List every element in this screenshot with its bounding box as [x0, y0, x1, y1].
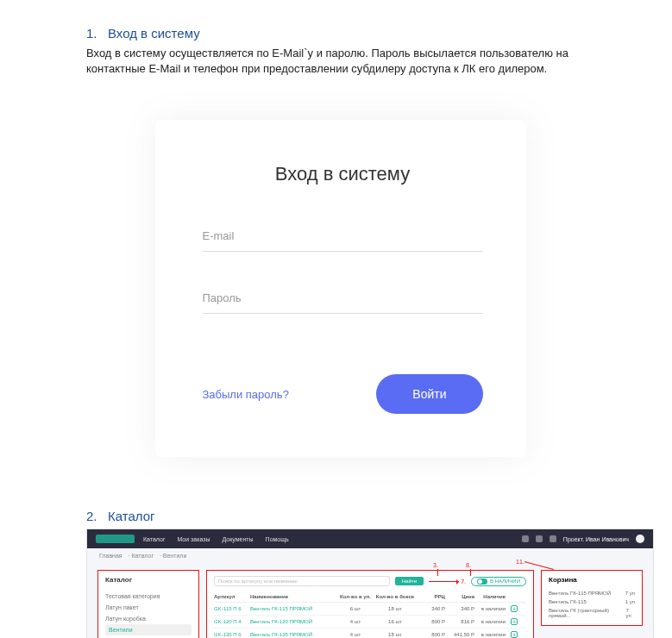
catalog-table: Артикул Наименование Кол-во в уп. Кол-во… [214, 591, 526, 638]
bell-icon[interactable] [536, 535, 543, 542]
section-2-number: 2. [86, 509, 108, 523]
cart-item-name: Вентиль ГК-115 [549, 599, 587, 604]
breadcrumbs: Главная · Каталог · Вентили [87, 548, 653, 563]
section-1-number: 1. [86, 26, 108, 41]
cell-price: 816 Р [445, 619, 474, 624]
cart-item-name: Вентиль ГК (тракторный) прямой... [549, 608, 626, 618]
crumb-3: Вентили [163, 553, 187, 559]
sidebar-item-2[interactable]: Латун коробка [105, 613, 192, 624]
col-stock[interactable]: Наличие [474, 594, 509, 599]
cell-name[interactable]: Вентиль ГК-120 ПРЯМОЙ [250, 619, 336, 624]
nav-item-orders[interactable]: Мои заказы [177, 536, 210, 542]
cell-pk: 4 шт [336, 619, 374, 624]
crumb-2[interactable]: Каталог [132, 553, 154, 559]
col-rrc[interactable]: РРЦ [416, 594, 445, 599]
cell-pk: 4 шт [336, 632, 374, 637]
cell-art[interactable]: GK-120 П 4 [214, 619, 250, 624]
top-nav: Каталог Мои заказы Документы Помощь Прое… [87, 529, 653, 548]
add-to-cart-icon[interactable]: + [511, 605, 518, 612]
cell-rrc: 800 Р [416, 619, 445, 624]
cell-stock: в наличии [474, 632, 509, 637]
cell-art[interactable]: GK-135 П 6 [214, 632, 250, 637]
sidebar-item-3[interactable]: Вентили [105, 624, 192, 635]
section-1-heading: 1.Вход в систему [86, 26, 594, 41]
login-card: Вход в систему Забыли пароль? Войти [155, 120, 526, 457]
sidebar-title: Каталог [105, 576, 192, 584]
col-price[interactable]: Цена [445, 594, 474, 599]
cell-stock: в наличии [474, 606, 509, 611]
table-row: GK-135 П 6Вентиль ГК-135 ПРЯМОЙ4 шт18 шт… [214, 629, 526, 638]
col-box[interactable]: Кол-во в боксе [374, 594, 416, 599]
cart-row: Вентиль ГК-115 ПРЯМОЙ7 уп [549, 589, 635, 597]
sidebar-item-1[interactable]: Латун пакет [105, 602, 192, 613]
login-button[interactable]: Войти [376, 374, 482, 414]
cart-item-qty: 7 уп [625, 591, 635, 596]
table-row: GK-115 П 6Вентиль ГК-115 ПРЯМОЙ6 шт18 шт… [214, 603, 526, 616]
catalog-screenshot: Каталог Мои заказы Документы Помощь Прое… [86, 529, 654, 638]
cart-icon[interactable] [522, 535, 529, 542]
cell-art[interactable]: GK-115 П 6 [214, 606, 250, 611]
password-field[interactable] [203, 286, 483, 314]
add-to-cart-icon[interactable]: + [511, 631, 518, 638]
cell-price: 340 Р [445, 606, 474, 611]
cart-item-name: Вентиль ГК-115 ПРЯМОЙ [549, 591, 611, 596]
cart-title: Корзина [549, 576, 635, 584]
cell-rrc: 800 Р [416, 632, 445, 637]
cart-item-qty: 7 уп [626, 608, 635, 618]
email-field[interactable] [203, 224, 483, 252]
cell-box: 18 шт [374, 632, 416, 637]
section-2-title: Каталог [108, 509, 155, 523]
annotation-8: 8. [466, 562, 471, 576]
crumb-1[interactable]: Главная [99, 553, 122, 559]
section-1-title: Вход в систему [108, 26, 200, 41]
nav-item-catalog[interactable]: Каталог [143, 536, 165, 542]
cart-item-qty: 1 уп [625, 599, 635, 604]
nav-user: Проект. Иван Иванович [563, 536, 629, 542]
cell-rrc: 340 Р [416, 606, 445, 611]
search-input[interactable]: Поиск по артикулу или названию [214, 576, 390, 586]
cell-name[interactable]: Вентиль ГК-135 ПРЯМОЙ [250, 632, 336, 637]
cell-box: 18 шт [374, 606, 416, 611]
cell-price: 441,50 Р [445, 632, 474, 637]
table-row: GK-120 П 4Вентиль ГК-120 ПРЯМОЙ4 шт16 шт… [214, 616, 526, 629]
instock-toggle[interactable]: В НАЛИЧИИ [471, 577, 526, 586]
cell-pk: 6 шт [336, 606, 374, 611]
annotation-7: 7. [429, 579, 466, 585]
forgot-password-link[interactable]: Забыли пароль? [203, 388, 289, 401]
col-art[interactable]: Артикул [214, 594, 250, 599]
cell-box: 16 шт [374, 619, 416, 624]
phone-icon[interactable] [550, 535, 556, 542]
catalog-sidebar: Каталог Тестовая категория Латун пакет Л… [97, 570, 199, 638]
cell-name[interactable]: Вентиль ГК-115 ПРЯМОЙ [250, 606, 336, 611]
annotation-11: 11. [516, 559, 555, 565]
section-1-body: Вход в систему осуществляется по E-Mail`… [86, 46, 594, 77]
login-title: Вход в систему [203, 163, 483, 185]
catalog-main: 3. 8. Поиск по артикулу или названию Най… [206, 570, 534, 638]
logo [96, 535, 135, 543]
cart-row: Вентиль ГК (тракторный) прямой...7 уп [549, 606, 635, 620]
nav-item-help[interactable]: Помощь [266, 536, 289, 542]
cart-panel: 11. Корзина Вентиль ГК-115 ПРЯМОЙ7 упВен… [541, 570, 643, 626]
col-pk[interactable]: Кол-во в уп. [336, 594, 374, 599]
col-name[interactable]: Наименование [250, 594, 336, 599]
section-2-heading: 2.Каталог [86, 509, 672, 523]
nav-items: Каталог Мои заказы Документы Помощь [143, 536, 289, 542]
table-head: Артикул Наименование Кол-во в уп. Кол-во… [214, 591, 526, 603]
login-screenshot: Вход в систему Забыли пароль? Войти [86, 94, 594, 509]
avatar[interactable] [636, 535, 644, 543]
cart-row: Вентиль ГК-1151 уп [549, 597, 635, 606]
annotation-3: 3. [433, 562, 438, 576]
cell-stock: в наличии [474, 619, 509, 624]
sidebar-item-0[interactable]: Тестовая категория [105, 591, 192, 602]
add-to-cart-icon[interactable]: + [511, 618, 518, 625]
nav-item-docs[interactable]: Документы [223, 536, 254, 542]
find-button[interactable]: Найти [395, 577, 424, 585]
